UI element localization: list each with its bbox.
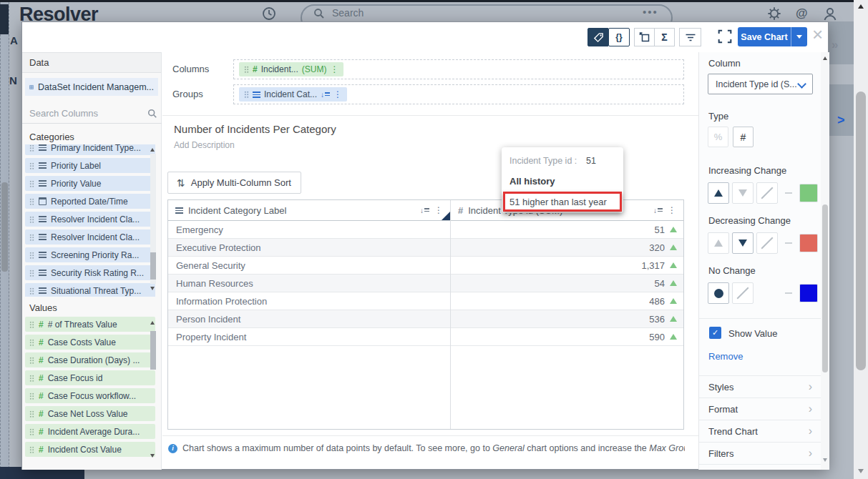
table-row[interactable]: Executive Protection 320 (168, 239, 683, 257)
no-change-dot-option[interactable] (708, 282, 729, 304)
increase-up-arrow-option[interactable] (708, 182, 729, 204)
label-view-toggle[interactable] (587, 28, 609, 46)
values-scroll-up[interactable] (150, 321, 155, 325)
column-resize-wedge[interactable] (442, 212, 450, 220)
category-item[interactable]: Situational Threat Typ... (25, 283, 155, 297)
increase-color-swatch[interactable] (799, 184, 818, 202)
numeric-hash-icon: # (39, 427, 44, 437)
numeric-hash-icon: # (39, 445, 44, 455)
apply-multi-column-sort-button[interactable]: ⇅ Apply Multi-Column Sort (167, 172, 301, 194)
table-row[interactable]: Property Incident 590 (168, 328, 683, 346)
panel-scroll-thumb[interactable] (822, 204, 828, 372)
search-overflow-icon[interactable]: ••• (643, 6, 658, 18)
columns-dropzone[interactable]: # Incident... (SUM) ⋮ (233, 59, 684, 79)
type-number-button[interactable]: # (733, 127, 754, 147)
category-item[interactable]: Security Risk Rating R... (25, 265, 155, 280)
column-menu-icon[interactable]: ⋮ (668, 206, 676, 214)
groups-dropzone[interactable]: Incident Cat... ↓ ⋮ (233, 84, 684, 104)
remove-link[interactable]: Remove (708, 351, 743, 362)
categories-scroll-up[interactable] (150, 148, 155, 152)
section-row[interactable]: Filters › (699, 443, 821, 465)
dataset-item[interactable]: DataSet Incident Managem... (25, 78, 158, 96)
type-percent-button[interactable]: % (708, 127, 728, 147)
category-item[interactable]: Reported Date/Time (25, 194, 155, 209)
value-item[interactable]: # # of Threats Value (25, 317, 155, 332)
table-row[interactable]: Person Incident 536 (168, 310, 683, 328)
groups-chip[interactable]: Incident Cat... ↓ ⋮ (239, 87, 347, 102)
section-row[interactable]: Trend Chart › (699, 420, 821, 443)
decrease-none-option[interactable] (756, 232, 778, 254)
show-value-checkbox[interactable]: ✓ (709, 327, 721, 339)
list-icon (175, 207, 183, 214)
panel-scroll-down[interactable] (823, 458, 827, 462)
category-item[interactable]: Resolver Incident Cla... (25, 212, 155, 227)
page-scrollbar-thumb[interactable] (856, 92, 866, 370)
no-change-none-option[interactable] (732, 282, 754, 304)
help-icon[interactable]: @ (796, 6, 808, 21)
section-row[interactable]: Format › (699, 398, 821, 420)
sort-icon[interactable]: ↓ (653, 207, 663, 214)
value-item-label: Incident Average Dura... (48, 427, 140, 437)
dataset-label: DataSet Incident Managem... (38, 82, 154, 92)
close-icon[interactable]: × (812, 24, 823, 46)
decrease-color-swatch[interactable] (799, 234, 818, 252)
trend-annotation-highlight: 51 higher than last year (503, 192, 622, 212)
categories-scroll-thumb[interactable] (150, 252, 156, 280)
pivot-button[interactable] (634, 28, 655, 46)
table-row[interactable]: Information Protection 486 (168, 292, 683, 310)
section-row[interactable]: Styles › (699, 376, 821, 398)
columns-chip[interactable]: # Incident... (SUM) ⋮ (239, 62, 343, 76)
recent-clock-icon[interactable] (262, 6, 276, 21)
increase-down-arrow-option[interactable] (732, 182, 754, 204)
aggregate-button[interactable]: Σ (654, 28, 675, 46)
value-item[interactable]: # Case Costs Value (25, 335, 155, 350)
categories-scroll-down[interactable] (150, 287, 155, 290)
user-profile-icon[interactable] (823, 6, 837, 21)
collapse-double-chevron-icon[interactable]: » (832, 38, 838, 52)
variables-view-toggle[interactable]: {} (608, 28, 630, 46)
search-icon (147, 109, 157, 119)
fullscreen-icon[interactable] (718, 29, 732, 44)
value-item[interactable]: # Incident Average Dura... (25, 424, 155, 439)
settings-gear-icon[interactable] (767, 6, 781, 21)
table-row[interactable]: Emergency 51 (168, 221, 683, 239)
increase-none-option[interactable] (756, 182, 778, 204)
chip-menu-icon[interactable]: ⋮ (330, 65, 338, 74)
value-item[interactable]: # Case Focus workflow... (25, 388, 155, 403)
table-row[interactable]: Human Resources 54 (168, 275, 683, 292)
table-row[interactable]: General Security 1,317 (168, 257, 683, 275)
sort-az-icon[interactable]: ↓ (321, 91, 330, 99)
category-item[interactable]: Screening Priority Ra... (25, 247, 155, 262)
value-item[interactable]: # Case Focus id (25, 370, 155, 385)
scroll-up-arrow[interactable] (858, 4, 864, 9)
value-text: 590 (649, 332, 665, 342)
sort-icon[interactable]: ↓ (420, 207, 429, 214)
scroll-down-arrow[interactable] (858, 469, 864, 473)
save-chart-button[interactable]: Save Chart (738, 27, 791, 46)
decrease-up-arrow-option[interactable] (708, 232, 729, 254)
value-item[interactable]: # Incident Cost Value (25, 442, 155, 457)
value-item[interactable]: # Case Net Loss Value (25, 406, 155, 421)
values-scroll-down[interactable] (150, 454, 155, 458)
filter-button[interactable] (679, 28, 701, 46)
values-scroll-thumb[interactable] (150, 331, 156, 370)
table-header-category[interactable]: Incident Category Label ↓ ⋮ (168, 200, 450, 220)
column-select[interactable]: Incident Type id (S... (708, 74, 813, 94)
category-item[interactable]: Resolver Incident Cla... (25, 229, 155, 245)
value-cell: 51 (450, 221, 683, 238)
panel-scroll-up[interactable] (823, 56, 827, 60)
expand-chevron-icon[interactable]: > (837, 113, 845, 128)
category-item[interactable]: Primary Incident Type... (25, 144, 155, 155)
value-item[interactable]: # Case Duration (Days) ... (25, 352, 155, 367)
chart-description-placeholder[interactable]: Add Description (174, 140, 235, 150)
category-item-label: Primary Incident Type... (51, 144, 141, 153)
chart-title[interactable]: Number of Incidents Per Category (174, 123, 336, 135)
no-change-color-swatch[interactable] (799, 284, 818, 302)
filter-lines-icon (685, 31, 696, 43)
category-item[interactable]: Priority Label (25, 158, 155, 173)
search-columns-input[interactable]: Search Columns (22, 104, 162, 124)
save-chart-dropdown[interactable] (791, 27, 807, 46)
decrease-down-arrow-option[interactable] (732, 232, 754, 254)
chip-menu-icon[interactable]: ⋮ (333, 90, 342, 99)
category-item[interactable]: Priority Value (25, 176, 155, 191)
